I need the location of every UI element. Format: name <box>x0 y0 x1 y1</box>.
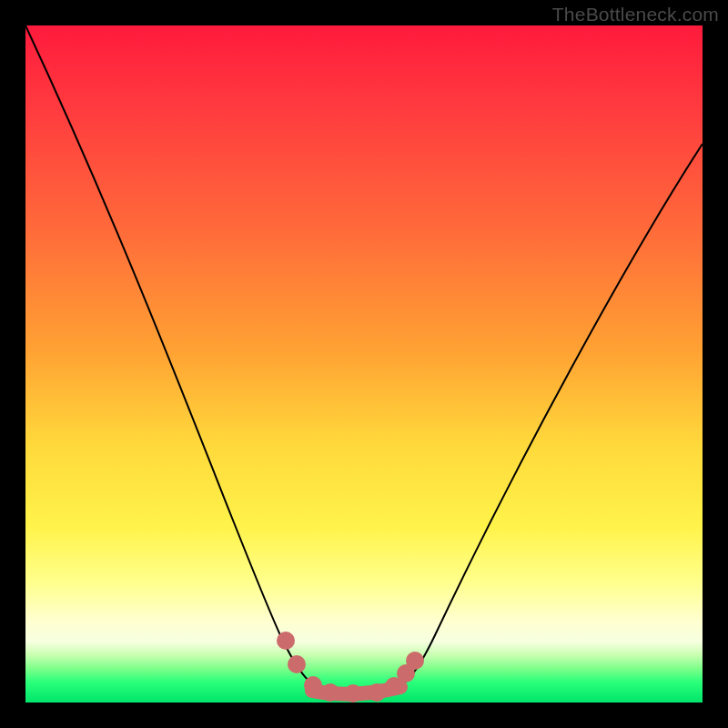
valley-marker <box>368 683 386 702</box>
valley-marker <box>406 652 424 670</box>
watermark-text: TheBottleneck.com <box>552 4 719 25</box>
valley-marker <box>304 676 322 694</box>
valley-marker <box>288 655 306 673</box>
valley-marker <box>344 684 362 703</box>
chart-plot-area <box>25 25 703 703</box>
bottleneck-curve <box>25 25 703 693</box>
chart-svg <box>25 25 703 703</box>
valley-marker <box>277 632 295 650</box>
chart-frame: TheBottleneck.com <box>0 0 728 728</box>
valley-marker <box>321 683 339 702</box>
